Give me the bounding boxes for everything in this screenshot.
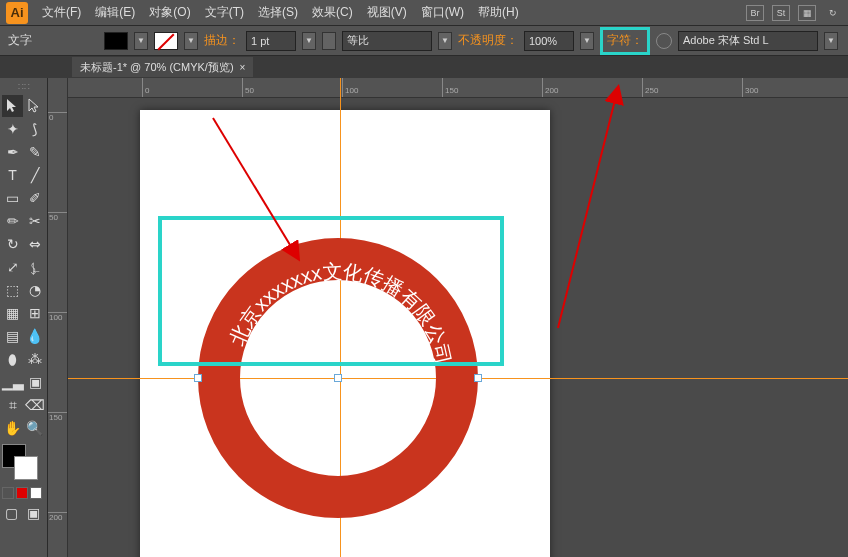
scale-select[interactable]	[342, 31, 432, 51]
slice-tool[interactable]: ⌗	[2, 394, 23, 416]
selection-handle[interactable]	[194, 374, 202, 382]
ruler-h-tick: 150	[442, 78, 458, 97]
selection-tool[interactable]	[2, 95, 23, 117]
svg-text:北京xxxxxxx文化传播有限公司: 北京xxxxxxx文化传播有限公司	[226, 260, 455, 367]
eraser-tool[interactable]: ⌫	[24, 394, 45, 416]
menu-object[interactable]: 对象(O)	[143, 2, 196, 23]
screen-mode-normal[interactable]: ▢	[2, 504, 20, 522]
annotation-arrow-right	[548, 78, 648, 338]
scale-dd[interactable]: ▼	[438, 32, 452, 50]
zoom-tool[interactable]: 🔍	[24, 417, 45, 439]
pencil-tool[interactable]: ✏	[2, 210, 23, 232]
layout-icon[interactable]: ▦	[798, 5, 816, 21]
ruler-v-tick: 50	[48, 212, 67, 222]
shape-builder-tool[interactable]: ◔	[24, 279, 45, 301]
line-tool[interactable]: ╱	[24, 164, 45, 186]
toolbar: ∷∷ ✦⟆ ✒✎ T╱ ▭✐ ✏✂ ↻⇔ ⤢⍼ ⬚◔ ▦⊞ ▤💧 ⬮⁂ ▁▃▣ …	[0, 78, 48, 557]
paintbrush-tool[interactable]: ✐	[24, 187, 45, 209]
workspace: ∷∷ ✦⟆ ✒✎ T╱ ▭✐ ✏✂ ↻⇔ ⤢⍼ ⬚◔ ▦⊞ ▤💧 ⬮⁂ ▁▃▣ …	[0, 78, 848, 557]
opacity-label: 不透明度：	[458, 32, 518, 49]
toolbar-grip[interactable]: ∷∷	[2, 80, 45, 94]
ruler-h-tick: 250	[642, 78, 658, 97]
scale-tool[interactable]: ⤢	[2, 256, 23, 278]
scissors-tool[interactable]: ✂	[24, 210, 45, 232]
st-icon[interactable]: St	[772, 5, 790, 21]
ruler-h-tick: 0	[142, 78, 149, 97]
stroke-color[interactable]	[14, 456, 38, 480]
eyedropper-tool[interactable]: 💧	[24, 325, 45, 347]
symbol-sprayer-tool[interactable]: ⁂	[24, 348, 45, 370]
canvas-area[interactable]: 0 50 100 150 200 250 300 北京xxxxxxx文化传播有限…	[68, 78, 848, 557]
direct-selection-tool[interactable]	[24, 95, 45, 117]
ruler-horizontal[interactable]: 0 50 100 150 200 250 300	[68, 78, 848, 98]
ruler-h-tick: 50	[242, 78, 254, 97]
ruler-v-tick: 150	[48, 412, 67, 422]
ruler-v-tick: 200	[48, 512, 67, 522]
document-tab[interactable]: 未标题-1* @ 70% (CMYK/预览) ×	[72, 57, 253, 77]
fill-dropdown[interactable]: ▼	[134, 32, 148, 50]
ruler-v-tick: 100	[48, 312, 67, 322]
blend-tool[interactable]: ⬮	[2, 348, 23, 370]
artboard-tool[interactable]: ▣	[25, 371, 45, 393]
magic-wand-tool[interactable]: ✦	[2, 118, 23, 140]
pen-tool[interactable]: ✒	[2, 141, 23, 163]
menu-effect[interactable]: 效果(C)	[306, 2, 359, 23]
close-icon[interactable]: ×	[240, 62, 246, 73]
menu-help[interactable]: 帮助(H)	[472, 2, 525, 23]
font-family-input[interactable]	[678, 31, 818, 51]
mesh-tool[interactable]: ⊞	[24, 302, 45, 324]
stroke-swatch[interactable]	[154, 32, 178, 50]
br-icon[interactable]: Br	[746, 5, 764, 21]
selection-handle-center[interactable]	[334, 374, 342, 382]
menu-view[interactable]: 视图(V)	[361, 2, 413, 23]
context-label: 文字	[8, 32, 32, 49]
menu-select[interactable]: 选择(S)	[252, 2, 304, 23]
char-label[interactable]: 字符：	[607, 32, 643, 49]
menu-window[interactable]: 窗口(W)	[415, 2, 470, 23]
menubar: Ai 文件(F) 编辑(E) 对象(O) 文字(T) 选择(S) 效果(C) 视…	[0, 0, 848, 26]
options-bar: 文字 ▼ ▼ 描边： ▼ ▼ 不透明度： ▼ 字符： ▼	[0, 26, 848, 56]
document-tab-title: 未标题-1* @ 70% (CMYK/预览)	[80, 60, 234, 75]
app-logo: Ai	[6, 2, 28, 24]
ruler-h-tick: 300	[742, 78, 758, 97]
font-search-icon[interactable]	[656, 33, 672, 49]
rotate-tool[interactable]: ↻	[2, 233, 23, 255]
color-mode-row	[2, 487, 45, 499]
brush-dd[interactable]	[322, 32, 336, 50]
stroke-dropdown[interactable]: ▼	[184, 32, 198, 50]
fill-swatch[interactable]	[104, 32, 128, 50]
free-transform-tool[interactable]: ⬚	[2, 279, 23, 301]
opacity-input[interactable]	[524, 31, 574, 51]
reflect-tool[interactable]: ⇔	[24, 233, 45, 255]
font-dd[interactable]: ▼	[824, 32, 838, 50]
menu-edit[interactable]: 编辑(E)	[89, 2, 141, 23]
menu-file[interactable]: 文件(F)	[36, 2, 87, 23]
seal-text: 北京xxxxxxx文化传播有限公司	[226, 260, 455, 367]
menu-type[interactable]: 文字(T)	[199, 2, 250, 23]
mode-color[interactable]	[2, 487, 14, 499]
width-tool[interactable]: ⍼	[24, 256, 45, 278]
color-swatches[interactable]	[2, 444, 42, 480]
document-tabbar: 未标题-1* @ 70% (CMYK/预览) ×	[0, 56, 848, 78]
selection-handle[interactable]	[474, 374, 482, 382]
lasso-tool[interactable]: ⟆	[24, 118, 45, 140]
stroke-weight-input[interactable]	[246, 31, 296, 51]
column-graph-tool[interactable]: ▁▃	[2, 371, 24, 393]
rectangle-tool[interactable]: ▭	[2, 187, 23, 209]
mode-gradient[interactable]	[16, 487, 28, 499]
ruler-v-tick: 0	[48, 112, 67, 122]
perspective-tool[interactable]: ▦	[2, 302, 23, 324]
curvature-tool[interactable]: ✎	[24, 141, 45, 163]
seal-object[interactable]: 北京xxxxxxx文化传播有限公司	[198, 238, 478, 518]
screen-mode-full[interactable]: ▣	[24, 504, 42, 522]
mode-none[interactable]	[30, 487, 42, 499]
hand-tool[interactable]: ✋	[2, 417, 23, 439]
sync-icon[interactable]: ↻	[824, 5, 842, 21]
ruler-vertical[interactable]: 0 50 100 150 200	[48, 78, 68, 557]
char-highlight: 字符：	[600, 27, 650, 55]
type-tool[interactable]: T	[2, 164, 23, 186]
stroke-weight-dd[interactable]: ▼	[302, 32, 316, 50]
opacity-dd[interactable]: ▼	[580, 32, 594, 50]
gradient-tool[interactable]: ▤	[2, 325, 23, 347]
screen-mode-icons: ▢ ▣	[2, 504, 45, 522]
